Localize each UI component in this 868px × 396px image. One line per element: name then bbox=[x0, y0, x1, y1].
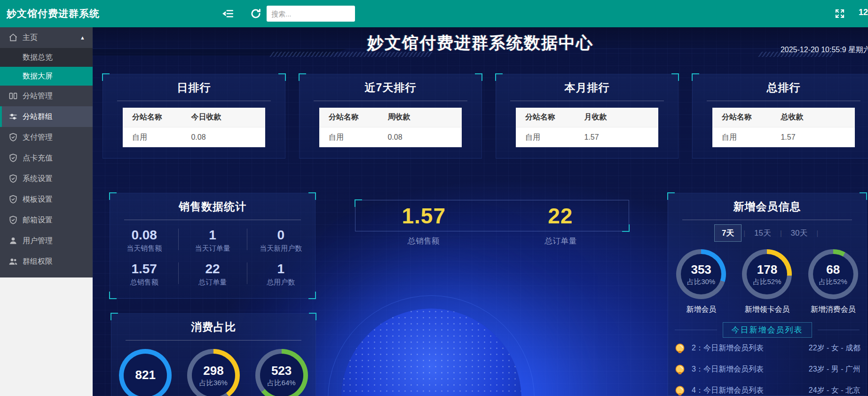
sidebar-item-group-permissions[interactable]: 群组权限 bbox=[0, 251, 93, 272]
columns-icon bbox=[8, 91, 18, 101]
period-tabs: 7天 | 15天 | 30天 | bbox=[668, 224, 866, 242]
stat-cell: 1 总用户数 bbox=[247, 257, 315, 291]
tab-15days[interactable]: 15天 bbox=[747, 225, 778, 241]
table-row: 自用 1.57 bbox=[516, 127, 658, 147]
tab-separator: | bbox=[743, 230, 745, 237]
divider bbox=[126, 340, 301, 341]
today-members-button[interactable]: 今日新增会员列表 bbox=[723, 322, 812, 338]
sidebar-item-home[interactable]: 主页 ▲ bbox=[0, 27, 93, 48]
table-row: 自用 0.08 bbox=[123, 127, 265, 147]
corner-bracket bbox=[109, 192, 117, 200]
divider bbox=[510, 101, 664, 101]
donut-chart: 178 占比52% bbox=[742, 249, 792, 299]
rank-table: 分站名称 总收款 自用 1.57 bbox=[712, 108, 855, 147]
donut-chart: 523 占比64% bbox=[255, 349, 308, 396]
card-title: 本月排行 bbox=[496, 80, 678, 95]
member-list-item: 2：今日新增会员列表 22岁 - 女 - 成都 bbox=[668, 338, 866, 359]
column-header: 周收款 bbox=[387, 112, 462, 122]
new-members-card: 新增会员信息 7天 | 15天 | 30天 | 353 占比30% 178 占比… bbox=[668, 193, 867, 396]
top-bar: 妙文馆付费进群系统 123 bbox=[0, 0, 868, 27]
users-icon bbox=[8, 257, 18, 266]
card-title: 销售数据统计 bbox=[110, 199, 315, 214]
sidebar-item-substation-manage[interactable]: 分站管理 bbox=[0, 86, 93, 106]
sidebar-item-substation-groups[interactable]: 分站群组 bbox=[0, 106, 93, 127]
sidebar-item-template-settings[interactable]: 模板设置 bbox=[0, 189, 93, 210]
rank-card-daily: 日排行 分站名称 今日收款 自用 0.08 bbox=[103, 74, 285, 158]
sidebar-item-system-settings[interactable]: 系统设置 bbox=[0, 168, 93, 189]
column-header: 分站名称 bbox=[516, 112, 584, 122]
shield-icon bbox=[8, 174, 18, 183]
rank-table: 分站名称 周收款 自用 0.08 bbox=[319, 108, 462, 147]
rank-card-total: 总排行 分站名称 总收款 自用 1.57 bbox=[692, 74, 868, 158]
sidebar-item-mail-settings[interactable]: 邮箱设置 bbox=[0, 210, 93, 230]
search-input[interactable] bbox=[267, 6, 355, 22]
corner-bracket bbox=[309, 313, 316, 320]
sidebar-item-user-manage[interactable]: 用户管理 bbox=[0, 230, 93, 251]
corner-bracket bbox=[278, 73, 286, 81]
chevron-up-icon: ▲ bbox=[80, 35, 85, 40]
sidebar-item-card-recharge[interactable]: 点卡充值 bbox=[0, 148, 93, 168]
menu-fold-icon[interactable] bbox=[222, 8, 234, 20]
shield-icon bbox=[8, 133, 18, 142]
sales-stats-card: 销售数据统计 0.08 当天销售额 1 当天订单量 0 当天新用户数 1.57 … bbox=[110, 193, 316, 299]
app-title: 妙文馆付费进群系统 bbox=[0, 7, 108, 20]
corner-bracket bbox=[860, 192, 867, 200]
datetime-label: 2025-12-20 10:55:9 星期六 bbox=[781, 45, 868, 55]
corner-bracket bbox=[299, 73, 306, 81]
sidebar-item-data-screen[interactable]: 数据大屏 bbox=[0, 67, 93, 86]
bulb-icon bbox=[674, 342, 686, 355]
stat-cell: 0 当天新用户数 bbox=[247, 223, 315, 257]
corner-bracket bbox=[308, 292, 316, 299]
sidebar-item-data-overview[interactable]: 数据总览 bbox=[0, 48, 93, 67]
column-header: 月收款 bbox=[584, 112, 658, 122]
tab-separator: | bbox=[816, 230, 818, 237]
member-list-header: 今日新增会员列表 bbox=[675, 322, 860, 338]
tab-30days[interactable]: 30天 bbox=[784, 225, 815, 241]
sidebar-item-payment[interactable]: 支付管理 bbox=[0, 127, 93, 148]
divider bbox=[682, 220, 852, 220]
tab-7days[interactable]: 7天 bbox=[714, 224, 742, 242]
rank-card-month: 本月排行 分站名称 月收款 自用 1.57 bbox=[496, 74, 679, 158]
column-header: 分站名称 bbox=[712, 112, 781, 122]
corner-bracket bbox=[102, 73, 110, 81]
stat-cell: 0.08 当天销售额 bbox=[110, 223, 178, 257]
donut-chart: 298 占比36% bbox=[187, 349, 240, 396]
donut-labels: 新增会员 新增领卡会员 新增消费会员 bbox=[668, 305, 866, 315]
username-label[interactable]: 123 bbox=[859, 8, 868, 17]
card-title: 新增会员信息 bbox=[668, 199, 866, 214]
card-title: 日排行 bbox=[103, 80, 285, 95]
card-title: 近7天排行 bbox=[300, 80, 481, 95]
rank-table: 分站名称 月收款 自用 1.57 bbox=[516, 108, 658, 147]
member-list-item: 4：今日新增会员列表 24岁 - 女 - 北京 bbox=[668, 380, 866, 396]
bulb-icon bbox=[674, 364, 686, 376]
rank-card-7days: 近7天排行 分站名称 周收款 自用 0.08 bbox=[299, 74, 482, 158]
corner-bracket bbox=[475, 73, 482, 81]
stat-grid: 0.08 当天销售额 1 当天订单量 0 当天新用户数 1.57 总销售额 22… bbox=[110, 223, 315, 291]
divider bbox=[314, 101, 467, 101]
donut-chart: 68 占比52% bbox=[808, 249, 858, 299]
rank-table: 分站名称 今日收款 自用 0.08 bbox=[123, 108, 265, 147]
shield-icon bbox=[8, 195, 18, 204]
column-header: 今日收款 bbox=[191, 112, 265, 122]
total-orders: 22 bbox=[492, 200, 629, 231]
column-header: 总收款 bbox=[781, 112, 855, 122]
total-sales: 1.57 bbox=[355, 200, 492, 231]
stat-cell: 1 当天订单量 bbox=[178, 223, 246, 257]
member-list-item: 3：今日新增会员列表 23岁 - 男 - 广州 bbox=[668, 359, 866, 380]
totals-box: 1.57 22 bbox=[355, 200, 629, 231]
stat-cell: 1.57 总销售额 bbox=[110, 257, 178, 291]
shield-icon bbox=[8, 215, 18, 225]
stat-cell: 22 总订单量 bbox=[178, 257, 246, 291]
corner-bracket bbox=[667, 192, 675, 200]
corner-bracket bbox=[671, 73, 679, 81]
divider bbox=[707, 101, 860, 101]
column-header: 分站名称 bbox=[319, 112, 387, 122]
refresh-icon[interactable] bbox=[250, 8, 262, 20]
shield-icon bbox=[8, 153, 18, 163]
bulb-icon bbox=[674, 385, 686, 396]
divider bbox=[117, 101, 271, 101]
card-title: 消费占比 bbox=[111, 320, 316, 334]
table-row: 自用 1.57 bbox=[712, 127, 855, 147]
tab-separator: | bbox=[780, 230, 782, 237]
fullscreen-icon[interactable] bbox=[834, 8, 845, 19]
